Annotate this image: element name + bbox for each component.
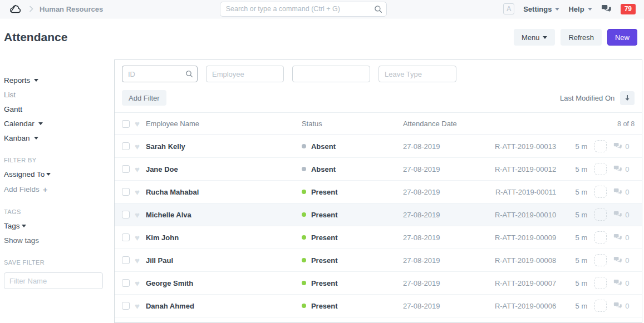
list-sidebar: Reports List Gantt Calendar Kanban FILTE…: [0, 59, 114, 289]
employee-name[interactable]: Jane Doe: [146, 165, 302, 173]
chevron-down-icon: [34, 79, 38, 82]
assignee-avatar-placeholder[interactable]: [594, 277, 607, 289]
id-filter: [122, 66, 198, 82]
sort-field-label[interactable]: Last Modified On: [560, 94, 614, 102]
arrow-down-icon: [624, 95, 631, 101]
sidebar-item-reports[interactable]: Reports: [4, 76, 106, 85]
chevron-right-icon: [28, 6, 34, 12]
comment-count-value: 0: [625, 256, 629, 265]
chat-icon[interactable]: [601, 4, 612, 13]
assignee-avatar-placeholder[interactable]: [594, 300, 607, 312]
new-button[interactable]: New: [607, 29, 637, 46]
like-icon[interactable]: ♥: [135, 279, 140, 287]
like-icon[interactable]: ♥: [135, 256, 140, 265]
sidebar-item-calendar[interactable]: Calendar: [4, 120, 106, 128]
app-logo-icon[interactable]: [8, 3, 23, 15]
row-checkbox[interactable]: [122, 211, 130, 218]
table-row[interactable]: ♥ Rucha Mahabal Present 27-08-2019 R-ATT…: [115, 181, 642, 203]
refresh-button[interactable]: Refresh: [561, 29, 602, 46]
sidebar-item-kanban[interactable]: Kanban: [4, 134, 106, 142]
status-dot: [302, 212, 306, 217]
sidebar-item-label: Kanban: [4, 134, 30, 142]
select-all-checkbox[interactable]: [122, 120, 130, 128]
row-checkbox[interactable]: [122, 165, 130, 173]
plus-icon: +: [43, 185, 48, 194]
global-search-input[interactable]: [220, 2, 387, 17]
sidebar-item-gantt[interactable]: Gantt: [4, 105, 106, 113]
employee-name[interactable]: Rucha Mahabal: [146, 188, 302, 196]
leave-type-filter-input[interactable]: [378, 66, 456, 82]
assignee-avatar-placeholder[interactable]: [594, 231, 607, 244]
row-checkbox[interactable]: [122, 279, 130, 287]
tags-label: Tags: [4, 222, 20, 230]
table-row[interactable]: ♥ Jill Paul Present 27-08-2019 R-ATT-201…: [115, 249, 642, 272]
row-checkbox[interactable]: [122, 302, 130, 310]
help-menu[interactable]: Help: [568, 5, 592, 13]
tags-filter[interactable]: Tags: [4, 222, 106, 230]
status-dot: [302, 190, 306, 194]
table-row[interactable]: ♥ Jane Doe Absent 27-08-2019 R-ATT-2019-…: [115, 158, 642, 181]
employee-name[interactable]: Sarah Kelly: [146, 142, 302, 151]
row-checkbox[interactable]: [122, 142, 130, 150]
status-dot: [302, 144, 306, 148]
filter-by-heading: FILTER BY: [4, 157, 106, 163]
employee-filter-input[interactable]: [206, 66, 284, 82]
modified-ago: 5 m: [568, 256, 587, 265]
status-label: Present: [311, 233, 338, 242]
table-row[interactable]: ♥ Sarah Kelly Absent 27-08-2019 R-ATT-20…: [115, 135, 642, 158]
breadcrumb[interactable]: Human Resources: [40, 5, 103, 13]
record-id: R-ATT-2019-00008: [495, 256, 568, 265]
comment-count-value: 0: [625, 165, 629, 173]
employee-name[interactable]: Danah Ahmed: [146, 302, 302, 310]
comment-count-value: 0: [625, 233, 629, 242]
employee-name[interactable]: Jill Paul: [146, 256, 302, 265]
like-icon[interactable]: ♥: [135, 165, 140, 173]
like-icon[interactable]: ♥: [135, 302, 140, 310]
like-icon[interactable]: ♥: [135, 233, 140, 242]
new-label: New: [615, 33, 630, 42]
modified-ago: 5 m: [568, 279, 587, 287]
status-cell: Present: [302, 302, 403, 310]
add-fields-button[interactable]: Add Fields +: [4, 185, 106, 194]
employee-name[interactable]: Kim John: [146, 233, 302, 242]
employee-filter: [206, 66, 284, 82]
menu-button[interactable]: Menu: [514, 29, 555, 46]
status-filter-input[interactable]: [292, 66, 370, 82]
assignee-avatar-placeholder[interactable]: [594, 140, 607, 152]
employee-name[interactable]: George Smith: [146, 279, 302, 287]
assignee-avatar-placeholder[interactable]: [594, 254, 607, 266]
table-row[interactable]: ♥ Michelle Alva Present 27-08-2019 R-ATT…: [115, 203, 642, 226]
record-count[interactable]: 8 of 8: [495, 120, 635, 128]
row-checkbox[interactable]: [122, 256, 130, 264]
filter-name-input[interactable]: [4, 272, 103, 289]
attendance-date: 27-08-2019: [403, 211, 495, 219]
status-cell: Present: [302, 188, 403, 196]
assignee-avatar-placeholder[interactable]: [594, 208, 607, 221]
status-label: Present: [311, 256, 338, 265]
settings-menu[interactable]: Settings: [523, 5, 559, 13]
show-tags-toggle[interactable]: Show tags: [4, 236, 106, 245]
comment-count: 0: [613, 211, 635, 219]
like-icon[interactable]: ♥: [135, 142, 140, 151]
like-icon[interactable]: ♥: [135, 188, 140, 196]
attendance-date: 27-08-2019: [403, 188, 495, 196]
sidebar-item-list[interactable]: List: [4, 91, 106, 99]
assignee-avatar-placeholder[interactable]: [594, 186, 607, 198]
sort-direction-button[interactable]: [620, 91, 635, 105]
assigned-to-filter[interactable]: Assigned To: [4, 170, 106, 178]
notification-badge[interactable]: 79: [621, 4, 636, 14]
user-avatar[interactable]: A: [503, 3, 514, 14]
assignee-avatar-placeholder[interactable]: [594, 163, 607, 175]
comment-icon: [613, 302, 622, 310]
column-employee-name: Employee Name: [146, 120, 302, 128]
like-filter-icon[interactable]: ♥: [135, 120, 140, 128]
table-row[interactable]: ♥ George Smith Present 27-08-2019 R-ATT-…: [115, 272, 642, 295]
row-checkbox[interactable]: [122, 233, 130, 241]
row-checkbox[interactable]: [122, 188, 130, 196]
add-filter-button[interactable]: Add Filter: [122, 90, 166, 106]
like-icon[interactable]: ♥: [135, 211, 140, 219]
modified-ago: 5 m: [568, 233, 587, 242]
table-row[interactable]: ♥ Kim John Present 27-08-2019 R-ATT-2019…: [115, 226, 642, 249]
employee-name[interactable]: Michelle Alva: [146, 211, 302, 219]
table-row[interactable]: ♥ Danah Ahmed Present 27-08-2019 R-ATT-2…: [115, 295, 642, 317]
